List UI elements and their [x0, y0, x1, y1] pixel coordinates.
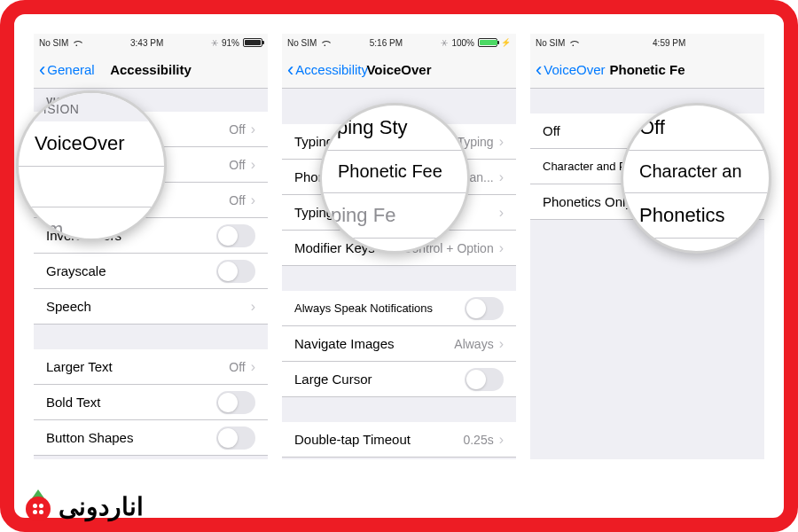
section-spacer	[282, 397, 516, 422]
battery-icon	[243, 38, 262, 47]
chevron-left-icon: ‹	[536, 59, 542, 82]
wifi-icon	[568, 39, 579, 46]
magnifier-1: VISION VoiceOver Zoom	[16, 90, 167, 241]
carrier-label: No SIM	[39, 38, 68, 48]
carrier-label: No SIM	[536, 38, 565, 48]
chevron-right-icon: ›	[499, 240, 504, 256]
bluetooth-icon: ⚹	[211, 37, 218, 48]
mag-row: Phonetics	[623, 193, 769, 239]
battery-label: 100%	[451, 38, 474, 48]
mag-row	[19, 167, 164, 207]
list-speak: Always Speak Notifications Navigate Imag…	[282, 291, 516, 397]
row-double-tap-timeout[interactable]: Double-tap Timeout0.25s›	[282, 422, 516, 458]
battery-label: 91%	[222, 38, 239, 48]
bluetooth-icon: ⚹	[441, 37, 448, 48]
back-button[interactable]: ‹ Accessibility	[287, 59, 368, 82]
nav-title: Accessibility	[110, 62, 192, 77]
back-label: Accessibility	[295, 62, 368, 77]
navbar: ‹ Accessibility VoiceOver	[282, 51, 516, 89]
magnifier-3: Off Character an Phonetics	[621, 103, 771, 254]
nav-title: VoiceOver	[366, 62, 431, 77]
chevron-left-icon: ‹	[287, 59, 293, 82]
back-label: VoiceOver	[544, 62, 605, 77]
magnifier-2: yping Sty Phonetic Fee ping Fe	[319, 103, 470, 254]
charging-icon: ⚡	[501, 38, 511, 47]
time-label: 4:59 PM	[653, 38, 685, 48]
mag-row: Phonetic Fee	[322, 151, 467, 193]
chevron-right-icon: ›	[251, 121, 255, 137]
chevron-right-icon: ›	[251, 157, 255, 173]
row-larger-text[interactable]: Larger TextOff›	[34, 349, 268, 385]
pomegranate-icon	[23, 491, 53, 521]
status-bar: No SIM 4:59 PM	[530, 34, 764, 51]
chevron-right-icon: ›	[499, 432, 504, 448]
brand-logo: اناردونی	[23, 491, 144, 521]
mag-row: Character an	[623, 151, 769, 193]
chevron-right-icon: ›	[251, 299, 255, 315]
row-button-shapes[interactable]: Button Shapes	[34, 420, 268, 456]
wifi-icon	[320, 39, 331, 46]
time-label: 5:16 PM	[370, 38, 403, 48]
chevron-right-icon: ›	[251, 192, 255, 208]
back-button[interactable]: ‹ VoiceOver	[536, 59, 606, 82]
chevron-right-icon: ›	[499, 134, 504, 150]
row-speech[interactable]: Speech›	[34, 289, 268, 325]
section-spacer	[34, 325, 268, 349]
battery-icon	[478, 38, 497, 47]
row-navigate-images[interactable]: Navigate ImagesAlways›	[282, 326, 516, 362]
wifi-icon	[72, 39, 82, 46]
toggle-switch[interactable]	[216, 224, 255, 247]
chevron-right-icon: ›	[251, 359, 255, 375]
empty-area	[530, 220, 764, 459]
row-speak-notifications[interactable]: Always Speak Notifications	[282, 291, 516, 326]
section-spacer	[282, 266, 516, 291]
toggle-switch[interactable]	[216, 391, 255, 414]
list-timeout: Double-tap Timeout0.25s›	[282, 422, 516, 458]
back-label: General	[47, 62, 94, 77]
mag-row: ping Fe	[322, 193, 467, 239]
chevron-right-icon: ›	[499, 205, 504, 221]
phone-3: No SIM 4:59 PM ‹ VoiceOver Phonetic Fe O…	[530, 34, 764, 459]
toggle-switch[interactable]	[216, 260, 255, 283]
nav-title: Phonetic Fe	[609, 62, 685, 77]
mag-row: VoiceOver	[19, 121, 164, 167]
time-label: 3:43 PM	[130, 38, 163, 48]
list-text: Larger TextOff› Bold Text Button Shapes	[34, 349, 268, 456]
toggle-switch[interactable]	[465, 297, 504, 320]
chevron-right-icon: ›	[499, 169, 504, 185]
logo-text: اناردونی	[59, 492, 144, 521]
navbar: ‹ VoiceOver Phonetic Fe	[530, 51, 764, 89]
chevron-right-icon: ›	[499, 336, 504, 352]
toggle-switch[interactable]	[216, 426, 255, 450]
row-bold-text[interactable]: Bold Text	[34, 385, 268, 420]
row-grayscale[interactable]: Grayscale	[34, 254, 268, 289]
status-bar: No SIM 5:16 PM ⚹ 100% ⚡	[282, 34, 516, 51]
navbar: ‹ General Accessibility	[34, 51, 268, 89]
status-bar: No SIM 3:43 PM ⚹ 91%	[34, 34, 268, 51]
toggle-switch[interactable]	[465, 368, 504, 391]
row-large-cursor[interactable]: Large Cursor	[282, 362, 516, 397]
back-button[interactable]: ‹ General	[39, 59, 95, 82]
chevron-left-icon: ‹	[39, 59, 45, 82]
carrier-label: No SIM	[287, 38, 317, 48]
